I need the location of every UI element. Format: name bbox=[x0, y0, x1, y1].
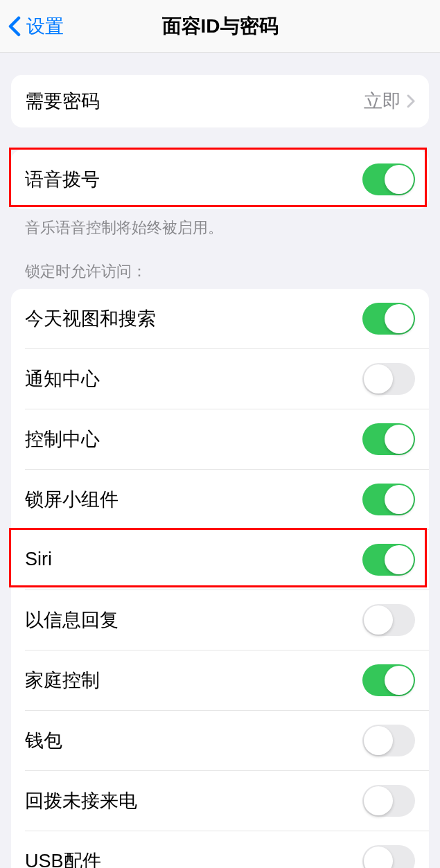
lock-item-wallet: 钱包 bbox=[11, 711, 429, 770]
require-passcode-value: 立即 bbox=[364, 89, 401, 114]
lock-item-label: 控制中心 bbox=[25, 427, 100, 452]
toggle-widgets[interactable] bbox=[362, 484, 415, 515]
lock-item-usb: USB配件 bbox=[11, 831, 429, 868]
lock-item-widgets: 锁屏小组件 bbox=[11, 470, 429, 529]
back-label: 设置 bbox=[26, 14, 64, 39]
voice-dial-footer: 音乐语音控制将始终被启用。 bbox=[11, 209, 429, 239]
lock-item-label: Siri bbox=[25, 549, 52, 570]
voice-dial-label: 语音拨号 bbox=[25, 167, 100, 192]
voice-dial-group: 语音拨号 bbox=[11, 150, 429, 209]
navigation-header: 设置 面容ID与密码 bbox=[0, 0, 440, 53]
lock-item-label: 锁屏小组件 bbox=[25, 487, 118, 512]
toggle-today[interactable] bbox=[362, 303, 415, 335]
lock-item-label: 家庭控制 bbox=[25, 668, 100, 693]
toggle-usb[interactable] bbox=[362, 845, 415, 868]
lock-access-group: 今天视图和搜索通知中心控制中心锁屏小组件Siri以信息回复家庭控制钱包回拨未接来… bbox=[11, 289, 429, 868]
lock-item-label: 以信息回复 bbox=[25, 608, 118, 632]
require-passcode-row[interactable]: 需要密码 立即 bbox=[11, 75, 429, 127]
lock-access-header: 锁定时允许访问： bbox=[11, 239, 429, 289]
toggle-wallet[interactable] bbox=[362, 725, 415, 756]
lock-item-siri: Siri bbox=[11, 530, 429, 590]
lock-item-label: 钱包 bbox=[25, 728, 62, 753]
toggle-reply[interactable] bbox=[362, 604, 415, 636]
lock-item-label: USB配件 bbox=[25, 849, 101, 868]
toggle-home[interactable] bbox=[362, 664, 415, 696]
lock-item-callback: 回拨未接来电 bbox=[11, 771, 429, 831]
toggle-notifications[interactable] bbox=[362, 363, 415, 395]
voice-dial-row: 语音拨号 bbox=[11, 150, 429, 209]
back-button[interactable]: 设置 bbox=[8, 14, 64, 39]
chevron-left-icon bbox=[8, 16, 21, 37]
passcode-group: 需要密码 立即 bbox=[11, 75, 429, 127]
lock-item-label: 回拨未接来电 bbox=[25, 788, 137, 813]
voice-dial-toggle[interactable] bbox=[362, 163, 415, 195]
lock-item-control: 控制中心 bbox=[11, 409, 429, 469]
toggle-control[interactable] bbox=[362, 423, 415, 455]
toggle-callback[interactable] bbox=[362, 785, 415, 817]
chevron-right-icon bbox=[407, 94, 415, 108]
content-area: 需要密码 立即 语音拨号 音乐语音控制将始终被启用。 锁定时允许访问： 今天视图… bbox=[0, 75, 440, 868]
lock-item-label: 今天视图和搜索 bbox=[25, 306, 156, 331]
lock-item-notifications: 通知中心 bbox=[11, 349, 429, 409]
page-title: 面容ID与密码 bbox=[0, 13, 440, 39]
lock-item-reply: 以信息回复 bbox=[11, 590, 429, 650]
toggle-siri[interactable] bbox=[362, 544, 415, 576]
lock-item-home: 家庭控制 bbox=[11, 650, 429, 710]
lock-item-today: 今天视图和搜索 bbox=[11, 289, 429, 348]
require-passcode-label: 需要密码 bbox=[25, 89, 100, 114]
lock-item-label: 通知中心 bbox=[25, 366, 100, 391]
